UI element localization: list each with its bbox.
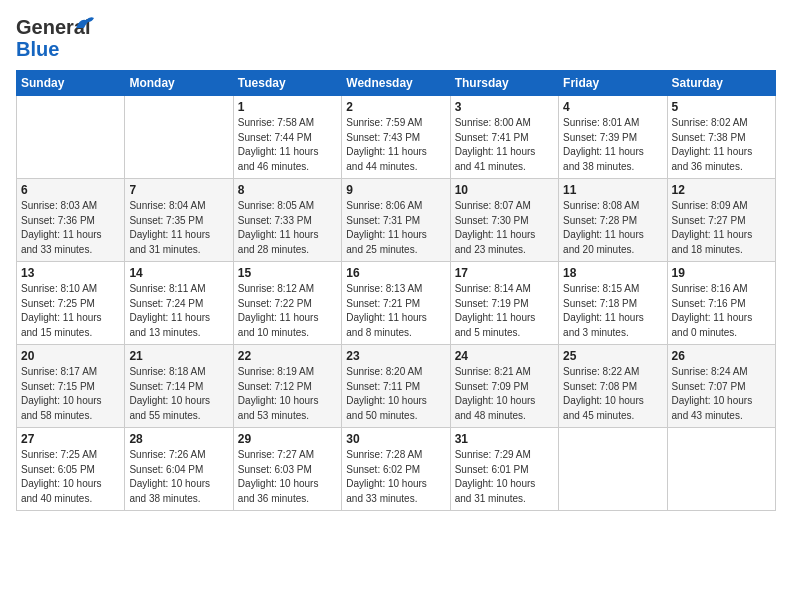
day-info: Sunrise: 8:16 AMSunset: 7:16 PMDaylight:… (672, 282, 771, 340)
day-number: 2 (346, 100, 445, 114)
calendar-day-cell (125, 96, 233, 179)
calendar-day-cell: 6Sunrise: 8:03 AMSunset: 7:36 PMDaylight… (17, 179, 125, 262)
calendar-day-cell: 21Sunrise: 8:18 AMSunset: 7:14 PMDayligh… (125, 345, 233, 428)
calendar-day-cell: 26Sunrise: 8:24 AMSunset: 7:07 PMDayligh… (667, 345, 775, 428)
day-info: Sunrise: 7:58 AMSunset: 7:44 PMDaylight:… (238, 116, 337, 174)
calendar-day-cell: 17Sunrise: 8:14 AMSunset: 7:19 PMDayligh… (450, 262, 558, 345)
day-info: Sunrise: 8:17 AMSunset: 7:15 PMDaylight:… (21, 365, 120, 423)
day-number: 8 (238, 183, 337, 197)
day-number: 16 (346, 266, 445, 280)
calendar-day-cell: 11Sunrise: 8:08 AMSunset: 7:28 PMDayligh… (559, 179, 667, 262)
calendar-day-cell: 18Sunrise: 8:15 AMSunset: 7:18 PMDayligh… (559, 262, 667, 345)
weekday-header: Wednesday (342, 71, 450, 96)
calendar-day-cell: 1Sunrise: 7:58 AMSunset: 7:44 PMDaylight… (233, 96, 341, 179)
day-number: 7 (129, 183, 228, 197)
calendar-day-cell: 4Sunrise: 8:01 AMSunset: 7:39 PMDaylight… (559, 96, 667, 179)
day-number: 18 (563, 266, 662, 280)
calendar-day-cell (667, 428, 775, 511)
day-number: 3 (455, 100, 554, 114)
day-number: 4 (563, 100, 662, 114)
calendar-header-row: SundayMondayTuesdayWednesdayThursdayFrid… (17, 71, 776, 96)
day-info: Sunrise: 8:19 AMSunset: 7:12 PMDaylight:… (238, 365, 337, 423)
calendar-day-cell: 15Sunrise: 8:12 AMSunset: 7:22 PMDayligh… (233, 262, 341, 345)
day-number: 1 (238, 100, 337, 114)
day-info: Sunrise: 8:24 AMSunset: 7:07 PMDaylight:… (672, 365, 771, 423)
day-info: Sunrise: 8:10 AMSunset: 7:25 PMDaylight:… (21, 282, 120, 340)
day-number: 15 (238, 266, 337, 280)
day-info: Sunrise: 8:21 AMSunset: 7:09 PMDaylight:… (455, 365, 554, 423)
logo: GeneralBlue (16, 16, 90, 60)
calendar-day-cell: 16Sunrise: 8:13 AMSunset: 7:21 PMDayligh… (342, 262, 450, 345)
weekday-header: Friday (559, 71, 667, 96)
day-info: Sunrise: 8:06 AMSunset: 7:31 PMDaylight:… (346, 199, 445, 257)
day-number: 21 (129, 349, 228, 363)
day-number: 5 (672, 100, 771, 114)
day-number: 6 (21, 183, 120, 197)
calendar-day-cell: 14Sunrise: 8:11 AMSunset: 7:24 PMDayligh… (125, 262, 233, 345)
day-info: Sunrise: 7:29 AMSunset: 6:01 PMDaylight:… (455, 448, 554, 506)
calendar-week-row: 13Sunrise: 8:10 AMSunset: 7:25 PMDayligh… (17, 262, 776, 345)
calendar-day-cell: 30Sunrise: 7:28 AMSunset: 6:02 PMDayligh… (342, 428, 450, 511)
day-number: 29 (238, 432, 337, 446)
calendar-day-cell: 8Sunrise: 8:05 AMSunset: 7:33 PMDaylight… (233, 179, 341, 262)
day-number: 23 (346, 349, 445, 363)
day-number: 12 (672, 183, 771, 197)
calendar-day-cell: 29Sunrise: 7:27 AMSunset: 6:03 PMDayligh… (233, 428, 341, 511)
day-info: Sunrise: 7:59 AMSunset: 7:43 PMDaylight:… (346, 116, 445, 174)
day-number: 9 (346, 183, 445, 197)
day-info: Sunrise: 7:25 AMSunset: 6:05 PMDaylight:… (21, 448, 120, 506)
calendar-day-cell: 5Sunrise: 8:02 AMSunset: 7:38 PMDaylight… (667, 96, 775, 179)
day-info: Sunrise: 7:27 AMSunset: 6:03 PMDaylight:… (238, 448, 337, 506)
calendar-week-row: 27Sunrise: 7:25 AMSunset: 6:05 PMDayligh… (17, 428, 776, 511)
day-number: 11 (563, 183, 662, 197)
day-info: Sunrise: 8:02 AMSunset: 7:38 PMDaylight:… (672, 116, 771, 174)
calendar-week-row: 6Sunrise: 8:03 AMSunset: 7:36 PMDaylight… (17, 179, 776, 262)
calendar-day-cell (17, 96, 125, 179)
day-info: Sunrise: 8:14 AMSunset: 7:19 PMDaylight:… (455, 282, 554, 340)
calendar-day-cell: 31Sunrise: 7:29 AMSunset: 6:01 PMDayligh… (450, 428, 558, 511)
weekday-header: Tuesday (233, 71, 341, 96)
day-info: Sunrise: 8:01 AMSunset: 7:39 PMDaylight:… (563, 116, 662, 174)
day-info: Sunrise: 8:08 AMSunset: 7:28 PMDaylight:… (563, 199, 662, 257)
day-number: 20 (21, 349, 120, 363)
day-number: 22 (238, 349, 337, 363)
day-number: 26 (672, 349, 771, 363)
day-number: 10 (455, 183, 554, 197)
logo-bird-icon (74, 14, 96, 32)
calendar-day-cell: 27Sunrise: 7:25 AMSunset: 6:05 PMDayligh… (17, 428, 125, 511)
calendar-day-cell: 24Sunrise: 8:21 AMSunset: 7:09 PMDayligh… (450, 345, 558, 428)
day-number: 13 (21, 266, 120, 280)
day-info: Sunrise: 8:04 AMSunset: 7:35 PMDaylight:… (129, 199, 228, 257)
day-info: Sunrise: 8:12 AMSunset: 7:22 PMDaylight:… (238, 282, 337, 340)
calendar-day-cell: 13Sunrise: 8:10 AMSunset: 7:25 PMDayligh… (17, 262, 125, 345)
calendar-day-cell: 28Sunrise: 7:26 AMSunset: 6:04 PMDayligh… (125, 428, 233, 511)
day-info: Sunrise: 8:20 AMSunset: 7:11 PMDaylight:… (346, 365, 445, 423)
day-info: Sunrise: 8:22 AMSunset: 7:08 PMDaylight:… (563, 365, 662, 423)
calendar-day-cell: 25Sunrise: 8:22 AMSunset: 7:08 PMDayligh… (559, 345, 667, 428)
day-info: Sunrise: 8:07 AMSunset: 7:30 PMDaylight:… (455, 199, 554, 257)
calendar-day-cell: 12Sunrise: 8:09 AMSunset: 7:27 PMDayligh… (667, 179, 775, 262)
calendar-day-cell: 7Sunrise: 8:04 AMSunset: 7:35 PMDaylight… (125, 179, 233, 262)
day-number: 27 (21, 432, 120, 446)
calendar-day-cell: 3Sunrise: 8:00 AMSunset: 7:41 PMDaylight… (450, 96, 558, 179)
calendar-day-cell: 23Sunrise: 8:20 AMSunset: 7:11 PMDayligh… (342, 345, 450, 428)
day-info: Sunrise: 7:28 AMSunset: 6:02 PMDaylight:… (346, 448, 445, 506)
day-info: Sunrise: 8:09 AMSunset: 7:27 PMDaylight:… (672, 199, 771, 257)
day-number: 31 (455, 432, 554, 446)
day-number: 30 (346, 432, 445, 446)
calendar-day-cell: 10Sunrise: 8:07 AMSunset: 7:30 PMDayligh… (450, 179, 558, 262)
weekday-header: Sunday (17, 71, 125, 96)
calendar-day-cell (559, 428, 667, 511)
day-number: 24 (455, 349, 554, 363)
weekday-header: Thursday (450, 71, 558, 96)
day-info: Sunrise: 8:15 AMSunset: 7:18 PMDaylight:… (563, 282, 662, 340)
calendar-table: SundayMondayTuesdayWednesdayThursdayFrid… (16, 70, 776, 511)
calendar-week-row: 20Sunrise: 8:17 AMSunset: 7:15 PMDayligh… (17, 345, 776, 428)
day-info: Sunrise: 8:11 AMSunset: 7:24 PMDaylight:… (129, 282, 228, 340)
day-number: 14 (129, 266, 228, 280)
page-header: GeneralBlue (16, 16, 776, 60)
day-number: 19 (672, 266, 771, 280)
day-number: 28 (129, 432, 228, 446)
weekday-header: Saturday (667, 71, 775, 96)
day-info: Sunrise: 8:13 AMSunset: 7:21 PMDaylight:… (346, 282, 445, 340)
